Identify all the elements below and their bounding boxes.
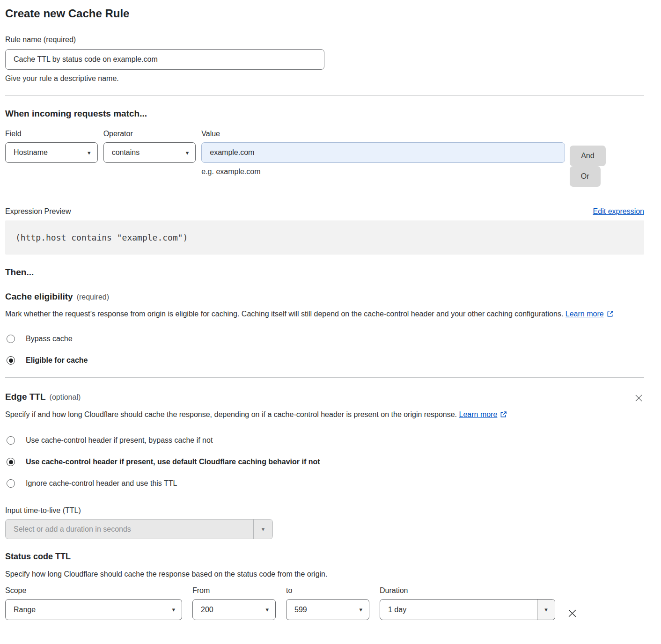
radio-label: Ignore cache-control header and use this… [26, 479, 177, 488]
page-title: Create new Cache Rule [5, 7, 644, 20]
radio-label: Eligible for cache [26, 356, 88, 365]
radio-icon [7, 436, 15, 445]
operator-select-value: contains [112, 148, 140, 157]
chevron-down-icon: ▾ [265, 607, 269, 613]
cache-eligibility-learn-more-link[interactable]: Learn more [566, 310, 604, 318]
optional-badge: (optional) [50, 393, 81, 402]
status-code-ttl-description: Specify how long Cloudflare should cache… [5, 568, 644, 581]
from-select-value: 200 [201, 606, 213, 614]
radio-option-use-header-bypass[interactable]: Use cache-control header if present, byp… [5, 436, 644, 445]
scope-select[interactable]: Range ▾ [5, 599, 182, 620]
operator-select[interactable]: contains ▾ [103, 142, 196, 163]
and-button[interactable]: And [570, 146, 606, 166]
chevron-down-icon: ▾ [359, 607, 362, 613]
create-cache-rule-page: Create new Cache Rule Rule name (require… [0, 0, 661, 634]
ttl-input-label: Input time-to-live (TTL) [5, 506, 644, 515]
or-button[interactable]: Or [570, 166, 601, 187]
radio-label: Bypass cache [26, 335, 73, 343]
expression-preview-code: (http.host contains "example.com") [5, 220, 644, 255]
radio-selected-icon [7, 356, 15, 365]
radio-icon [7, 479, 15, 488]
rule-name-helper: Give your rule a descriptive name. [5, 74, 644, 83]
duration-label: Duration [380, 586, 555, 595]
edge-ttl-description: Specify if and how long Cloudflare shoul… [5, 408, 522, 422]
rule-name-input[interactable] [5, 49, 324, 70]
radio-label: Use cache-control header if present, byp… [26, 436, 213, 445]
close-icon [634, 397, 643, 404]
value-input[interactable] [201, 142, 565, 163]
match-section-heading: When incoming requests match... [5, 109, 644, 119]
radio-option-use-header-default[interactable]: Use cache-control header if present, use… [5, 458, 644, 466]
chevron-down-icon: ▾ [253, 520, 272, 539]
chevron-down-icon: ▾ [88, 150, 91, 156]
radio-option-eligible-for-cache[interactable]: Eligible for cache [5, 356, 644, 365]
required-badge: (required) [77, 293, 109, 301]
close-edge-ttl-button[interactable] [633, 393, 644, 403]
scope-label: Scope [5, 586, 182, 595]
field-select-value: Hostname [14, 148, 48, 157]
from-select[interactable]: 200 ▾ [192, 599, 276, 620]
section-divider [5, 95, 644, 96]
expression-preview-label: Expression Preview [5, 207, 71, 216]
rule-name-label: Rule name (required) [5, 36, 644, 44]
status-code-ttl-heading: Status code TTL [5, 552, 644, 562]
radio-option-ignore-header[interactable]: Ignore cache-control header and use this… [5, 479, 644, 488]
ttl-duration-select[interactable]: Select or add a duration in seconds ▾ [5, 519, 273, 539]
duration-select-value: 1 day [380, 600, 537, 620]
cache-eligibility-heading: Cache eligibility [5, 292, 73, 302]
then-heading: Then... [5, 267, 644, 278]
radio-option-bypass-cache[interactable]: Bypass cache [5, 335, 644, 343]
edge-ttl-heading: Edge TTL [5, 392, 46, 402]
radio-label: Use cache-control header if present, use… [26, 458, 320, 466]
to-select-value: 599 [294, 606, 307, 614]
edit-expression-link[interactable]: Edit expression [593, 207, 644, 216]
duration-select[interactable]: 1 day ▾ [380, 599, 555, 620]
to-label: to [286, 586, 369, 595]
status-code-ttl-row: Scope Range ▾ From 200 ▾ to 599 ▾ Durati… [5, 586, 644, 620]
scope-select-value: Range [14, 606, 36, 614]
ttl-duration-placeholder: Select or add a duration in seconds [6, 520, 253, 539]
edge-ttl-description-text: Specify if and how long Cloudflare shoul… [5, 410, 457, 418]
close-icon [567, 613, 577, 620]
operator-label: Operator [103, 130, 196, 138]
value-label: Value [201, 130, 565, 138]
field-label: Field [5, 130, 98, 138]
match-condition-row: Field Hostname ▾ Operator contains ▾ Val… [5, 130, 644, 187]
chevron-down-icon: ▾ [537, 600, 555, 620]
to-select[interactable]: 599 ▾ [286, 599, 369, 620]
radio-icon [7, 335, 15, 343]
section-divider [5, 377, 644, 378]
chevron-down-icon: ▾ [172, 607, 175, 613]
edge-ttl-learn-more-link[interactable]: Learn more [459, 410, 498, 418]
cache-eligibility-description: Mark whether the request’s response from… [5, 307, 635, 322]
value-helper: e.g. example.com [201, 168, 565, 176]
from-label: From [192, 586, 276, 595]
remove-status-ttl-button[interactable] [566, 607, 578, 619]
external-link-icon [607, 311, 614, 319]
radio-selected-icon [7, 458, 15, 466]
field-select[interactable]: Hostname ▾ [5, 142, 98, 163]
chevron-down-icon: ▾ [186, 150, 189, 156]
external-link-icon [500, 411, 507, 419]
cache-eligibility-description-text: Mark whether the request’s response from… [5, 310, 563, 318]
